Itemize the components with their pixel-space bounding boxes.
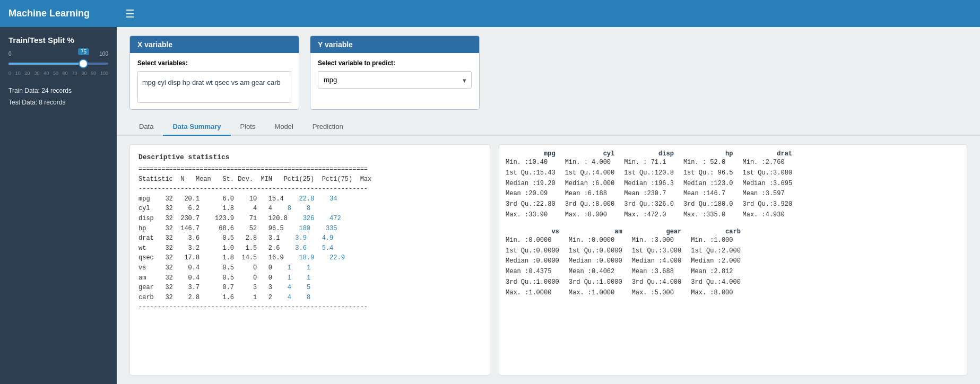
tick-labels: 0 10 20 30 40 50 60 70 80 90 100 — [8, 71, 108, 76]
stats-row: disp 32 230.7 123.9 71 120.8 326 472 — [138, 214, 481, 224]
slider-max-label: 100 — [99, 51, 108, 57]
summary-col-group: vsMin. :0.00001st Qu.:0.0000Median :0.00… — [506, 228, 559, 299]
stats-row: cyl 32 6.2 1.8 4 4 8 8 — [138, 204, 481, 214]
summary-col-group: mpgMin. :10.401st Qu.:15.43Median :19.20… — [506, 150, 556, 221]
slider-wrapper: 75 — [8, 58, 108, 69]
y-variable-select[interactable]: mpg cyl disp hp drat wt qsec vs am gear … — [318, 71, 472, 89]
stats-row: mpg 32 20.1 6.0 10 15.4 22.8 34 — [138, 194, 481, 204]
tabs-bar: Data Data Summary Plots Model Prediction — [117, 110, 980, 136]
tab-data-summary[interactable]: Data Summary — [163, 118, 230, 136]
summary-col-group: hpMin. : 52.01st Qu.: 96.5Median :123.0M… — [683, 150, 733, 221]
app-title: Machine Learning — [0, 0, 117, 27]
summary-col-group: dratMin. :2.7601st Qu.:3.080Median :3.69… — [743, 150, 793, 221]
stats-row: qsec 32 17.8 1.8 14.5 16.9 18.9 22.9 — [138, 253, 481, 263]
stats-row: vs 32 0.4 0.5 0 0 1 1 — [138, 263, 481, 273]
stats-row: hp 32 146.7 68.6 52 96.5 180 335 — [138, 224, 481, 234]
test-data-label: Test Data: 8 records — [8, 97, 108, 109]
app-title-text: Machine Learning — [8, 8, 90, 19]
summary-panel: mpgMin. :10.401st Qu.:15.43Median :19.20… — [499, 144, 967, 376]
x-variable-body: Select variables: mpg cyl disp hp drat w… — [130, 53, 299, 109]
summary-inner[interactable]: mpgMin. :10.401st Qu.:15.43Median :19.20… — [499, 145, 967, 375]
stats-divider: ----------------------------------------… — [138, 184, 481, 194]
tab-prediction[interactable]: Prediction — [303, 118, 353, 136]
x-variable-header: X variable — [130, 36, 299, 53]
y-variable-card: Y variable Select variable to predict: m… — [310, 36, 480, 110]
x-variable-label: Select variables: — [137, 59, 291, 67]
summary-col-group: cylMin. : 4.0001st Qu.:4.000Median :6.00… — [565, 150, 615, 221]
stats-header: Statistic N Mean St. Dev. MIN Pct1(25) P… — [138, 174, 481, 185]
y-variable-label: Select variable to predict: — [318, 59, 472, 67]
slider-value-bubble: 75 — [78, 48, 89, 55]
content-area: Descriptive statistics =================… — [117, 136, 980, 384]
data-records: Train Data: 24 records Test Data: 8 reco… — [8, 85, 108, 108]
stats-row: drat 32 3.6 0.5 2.8 3.1 3.9 4.9 — [138, 233, 481, 243]
summary-bottom-row: vsMin. :0.00001st Qu.:0.0000Median :0.00… — [506, 228, 960, 299]
y-variable-select-wrap: mpg cyl disp hp drat wt qsec vs am gear … — [318, 71, 472, 89]
summary-col-group: amMin. :0.00001st Qu.:0.0000Median :0.00… — [569, 228, 622, 299]
variable-selectors: X variable Select variables: mpg cyl dis… — [117, 27, 980, 110]
slider-container: 0 100 75 0 10 20 30 40 50 60 70 80 90 — [8, 51, 108, 76]
tab-data[interactable]: Data — [129, 118, 163, 136]
stats-row: carb 32 2.8 1.6 1 2 4 8 — [138, 293, 481, 303]
sidebar-content: Train/Test Split % 0 100 75 0 10 20 30 4… — [0, 27, 117, 384]
summary-col-group: dispMin. : 71.11st Qu.:120.8Median :196.… — [624, 150, 674, 221]
tab-plots[interactable]: Plots — [231, 118, 265, 136]
slider-thumb[interactable] — [79, 59, 88, 68]
slider-fill — [8, 63, 83, 65]
stats-row: wt 32 3.2 1.0 1.5 2.6 3.6 5.4 — [138, 243, 481, 254]
slider-min-label: 0 — [8, 51, 12, 57]
y-variable-body: Select variable to predict: mpg cyl disp… — [310, 53, 479, 95]
stats-panel: Descriptive statistics =================… — [129, 144, 490, 376]
stats-separator: ========================================… — [138, 164, 481, 174]
slider-track — [8, 63, 108, 65]
x-variable-card: X variable Select variables: mpg cyl dis… — [129, 36, 299, 110]
summary-col-group: carbMin. :1.0001st Qu.:2.000Median :2.00… — [691, 228, 741, 299]
main-area: ☰ X variable Select variables: mpg cyl d… — [117, 0, 980, 384]
train-data-label: Train Data: 24 records — [8, 85, 108, 97]
topbar: ☰ — [117, 0, 980, 27]
stats-rows: mpg 32 20.1 6.0 10 15.4 22.8 34cyl 32 6.… — [138, 194, 481, 303]
stats-row: gear 32 3.7 0.7 3 3 4 5 — [138, 283, 481, 293]
sidebar: Machine Learning Train/Test Split % 0 10… — [0, 0, 117, 384]
y-variable-header: Y variable — [310, 36, 479, 53]
tab-model[interactable]: Model — [265, 118, 302, 136]
hamburger-icon[interactable]: ☰ — [125, 7, 135, 20]
stats-footer: ----------------------------------------… — [138, 302, 481, 312]
summary-col-group: gearMin. :3.0001st Qu.:3.000Median :4.00… — [632, 228, 682, 299]
split-label: Train/Test Split % — [8, 36, 108, 45]
stats-row: am 32 0.4 0.5 0 0 1 1 — [138, 273, 481, 283]
summary-top-row: mpgMin. :10.401st Qu.:15.43Median :19.20… — [506, 150, 960, 221]
stats-title: Descriptive statistics — [138, 153, 481, 161]
slider-range-labels: 0 100 — [8, 51, 108, 57]
x-variable-tags[interactable]: mpg cyl disp hp drat wt qsec vs am gear … — [137, 71, 291, 103]
